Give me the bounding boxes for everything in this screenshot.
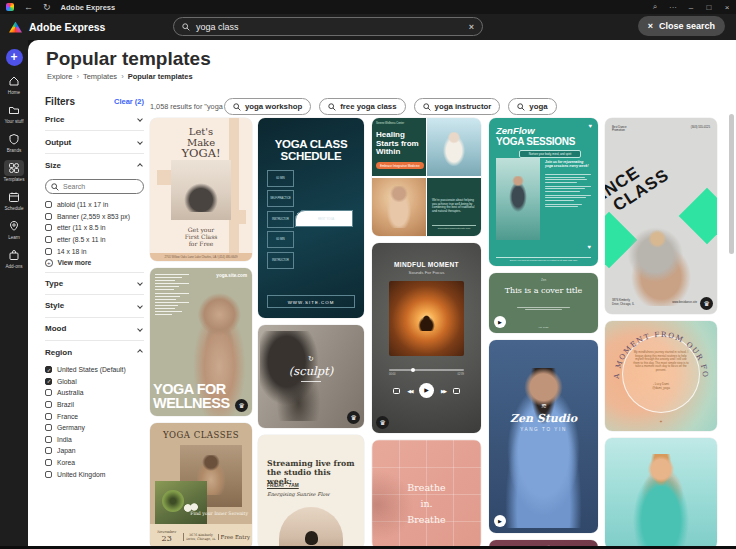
template-cover-title[interactable]: Zen This is a cover title est. 2023 ▶ [489,273,598,333]
app-name: Adobe Express [29,21,105,33]
view-more-label: View more [58,259,92,266]
region-option[interactable]: France [45,410,144,422]
checkbox[interactable] [45,424,52,431]
size-option[interactable]: Banner (2,559 x 853 px) [45,211,144,223]
sidebar-item-add-ons[interactable]: Add-ons [1,247,27,269]
size-option[interactable]: etter (11 x 8.5 in [45,222,144,234]
option-label: India [57,436,72,443]
checkbox[interactable] [45,471,52,478]
checkbox[interactable] [45,389,52,396]
section-label: Output [45,138,71,147]
region-option[interactable]: Australia [45,387,144,399]
filter-section-size[interactable]: Size [45,154,144,177]
sidebar-item-your-stuff[interactable]: Your stuff [1,102,27,124]
back-icon[interactable]: ← [24,2,33,12]
template-mindful-moment[interactable]: MINDFUL MOMENT Sounds For Focus 00:00 02… [372,243,481,433]
breadcrumb-templates[interactable]: Templates [83,72,117,81]
template-breathe[interactable]: Breathe in. Breathe [372,440,481,549]
search-input[interactable]: yoga class [196,22,469,32]
breadcrumb-explore[interactable]: Explore [47,72,72,81]
woman-portrait-photo [623,454,699,549]
template-founder-moment[interactable]: A MOMENT FROM OUR FOUNDER My mindfulness… [605,321,717,431]
template-healing-starts-within[interactable]: Serene Wellness Center Healing Starts fr… [372,118,481,236]
template-yoga-class-schedule[interactable]: YOGA CLASS SCHEDULE 9:00 AMVINYASA FLOW … [258,118,364,318]
sidebar-item-learn[interactable]: Learn [1,218,27,240]
sidebar-item-schedule[interactable]: Schedule [1,189,27,211]
refresh-icon[interactable]: ↻ [43,2,51,12]
clear-search-icon[interactable]: × [469,22,474,32]
filter-section-price[interactable]: Price [45,108,144,131]
checkbox[interactable] [45,401,52,408]
search-bar[interactable]: yoga class × [173,17,483,36]
sidebar-item-brands[interactable]: Brands [1,131,27,153]
checkbox[interactable] [45,459,52,466]
checkbox-checked[interactable] [45,366,52,373]
close-window-button[interactable]: × [718,3,736,12]
region-option[interactable]: United Kingdom [45,468,144,480]
template-column-5: Best Dance Promotion (303) 555-0125 DANC… [605,118,717,549]
minimize-button[interactable]: – [682,3,700,12]
filter-section-region[interactable]: Region [45,341,144,364]
template-yoga-classes[interactable]: YOGA CLASSES Find your Inner Serenity No… [150,423,252,549]
template-title: YOGA CLASSES [150,430,252,440]
size-option[interactable]: abloid (11 x 17 in [45,199,144,211]
template-zen-studio[interactable]: ≋ Zen Studio YANG TO YIN ▶ [489,340,598,533]
quadrant-text: Serene Wellness Center Healing Starts fr… [372,118,426,176]
menu-icon[interactable]: ··· [664,3,682,12]
zoom-icon[interactable]: ⌕ [646,2,664,12]
chip-yoga-workshop[interactable]: yoga workshop [224,98,311,115]
filter-section-style[interactable]: Style [45,295,144,318]
player-controls: ◀◀ ▶ ▶▶ [372,383,481,398]
region-option[interactable]: Korea [45,457,144,469]
template-streaming-live[interactable]: Streaming live from the studio this week… [258,435,364,549]
checkbox[interactable] [45,236,52,243]
figure [441,132,467,166]
template-beach-portrait[interactable] [605,438,717,549]
checkbox[interactable] [45,436,52,443]
schedule-text-lines [155,274,189,317]
region-option[interactable]: Japan [45,445,144,457]
sidebar-item-templates[interactable]: Templates [1,160,27,182]
app-icon [6,3,14,11]
figure [417,315,436,331]
checkbox[interactable] [45,213,52,220]
sidebar-item-home[interactable]: Home [1,73,27,95]
chip-yoga[interactable]: yoga [508,98,556,115]
region-option[interactable]: India [45,434,144,446]
template-site-url: yoga.site.com [216,273,247,278]
size-option[interactable]: 14 x 18 in [45,245,144,257]
adobe-express-logo[interactable] [9,22,22,33]
filter-section-type[interactable]: Type [45,272,144,295]
scrollbar-thumb[interactable] [729,114,734,254]
option-label: Germany [57,424,85,431]
template-zenflow-yoga-sessions[interactable]: ♥ ZenFlow YOGA SESSIONS Nurture your bod… [489,118,598,266]
checkbox[interactable] [45,248,52,255]
checkbox-checked[interactable] [45,378,52,385]
checkbox[interactable] [45,447,52,454]
region-option[interactable]: United States (Default) [45,364,144,376]
template-dance-class[interactable]: Best Dance Promotion (303) 555-0125 DANC… [605,118,717,314]
filter-section-output[interactable]: Output [45,131,144,154]
close-search-button[interactable]: × Close search [638,16,725,36]
region-option[interactable]: Germany [45,422,144,434]
rail-label: Learn [8,235,20,240]
size-search-field[interactable] [45,179,144,194]
view-more-button[interactable]: +View more [45,257,144,269]
clear-filters-link[interactable]: Clear (2) [114,97,144,106]
size-search-input[interactable] [63,183,133,190]
region-option[interactable]: Brazil [45,399,144,411]
create-new-button[interactable]: + [6,49,23,66]
checkbox[interactable] [45,201,52,208]
size-option[interactable]: etter (8.5 x 11 in [45,234,144,246]
template-sculpt[interactable]: ↻ (sculpt) ♛ [258,325,364,428]
maximize-button[interactable]: □ [700,3,718,12]
chip-free-yoga-class[interactable]: free yoga class [319,98,405,115]
region-option[interactable]: Global [45,376,144,388]
template-lets-make-yoga[interactable]: Let's Make YOGA! Get your First Class fo… [150,118,252,261]
breadcrumb: Explore › Templates › Popular templates [47,72,193,81]
chip-yoga-instructor[interactable]: yoga instructor [414,98,501,115]
filter-section-mood[interactable]: Mood [45,318,144,341]
checkbox[interactable] [45,413,52,420]
checkbox[interactable] [45,224,52,231]
template-yoga-for-wellness[interactable]: yoga.site.com YOGA FOR WELLNESS ♛ [150,268,252,416]
